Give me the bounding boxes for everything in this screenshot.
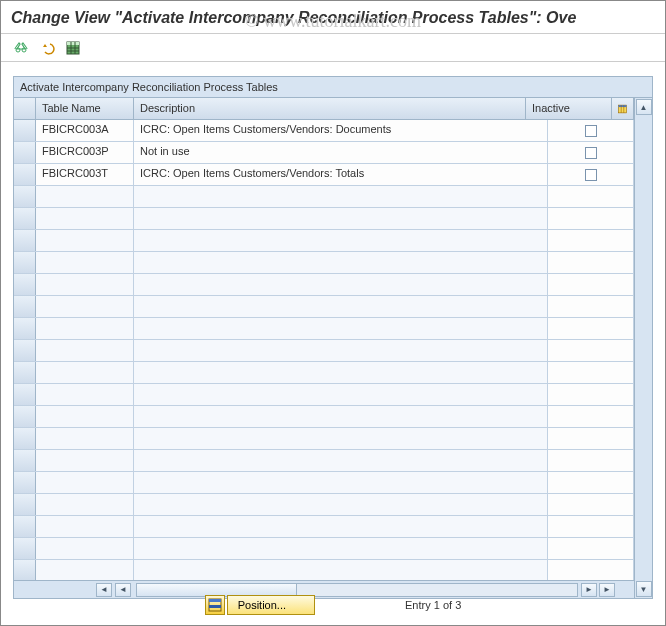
row-selector[interactable] (14, 230, 36, 251)
cell-inactive (548, 318, 634, 339)
row-selector[interactable] (14, 384, 36, 405)
column-header-inactive[interactable]: Inactive (526, 98, 612, 119)
row-selector[interactable] (14, 142, 36, 163)
cell-table-name (36, 450, 134, 471)
row-selector[interactable] (14, 164, 36, 185)
cell-description (134, 538, 548, 559)
v-scroll-track[interactable] (636, 116, 652, 580)
cell-description (134, 252, 548, 273)
cell-inactive (548, 494, 634, 515)
row-selector[interactable] (14, 362, 36, 383)
row-selector[interactable] (14, 252, 36, 273)
cell-description[interactable]: Not in use (134, 142, 548, 163)
scroll-up-button[interactable]: ▲ (636, 99, 652, 115)
cell-description (134, 340, 548, 361)
table-settings-icon (618, 102, 627, 116)
table-row[interactable]: FBICRC003TICRC: Open Items Customers/Ven… (14, 164, 634, 186)
position-icon-button[interactable] (205, 595, 225, 615)
cell-table-name (36, 472, 134, 493)
cell-table-name (36, 252, 134, 273)
row-selector[interactable] (14, 186, 36, 207)
row-selector[interactable] (14, 406, 36, 427)
table-row (14, 318, 634, 340)
inactive-checkbox[interactable] (585, 147, 597, 159)
table-row (14, 472, 634, 494)
cell-description (134, 296, 548, 317)
row-selector[interactable] (14, 472, 36, 493)
cell-table-name (36, 208, 134, 229)
table-row[interactable]: FBICRC003PNot in use (14, 142, 634, 164)
cell-description (134, 560, 548, 580)
table-row (14, 494, 634, 516)
cell-description (134, 230, 548, 251)
row-selector[interactable] (14, 538, 36, 559)
cell-table-name[interactable]: FBICRC003T (36, 164, 134, 185)
configure-columns-button[interactable] (612, 98, 634, 119)
cell-description (134, 494, 548, 515)
table-row (14, 186, 634, 208)
row-selector[interactable] (14, 450, 36, 471)
select-all-button[interactable] (63, 38, 83, 58)
table-row (14, 406, 634, 428)
cell-table-name (36, 384, 134, 405)
grid-header: Table Name Description Inactive (14, 98, 634, 120)
row-selector[interactable] (14, 516, 36, 537)
cell-table-name (36, 230, 134, 251)
cell-table-name (36, 406, 134, 427)
svg-rect-14 (209, 605, 221, 608)
row-selector[interactable] (14, 428, 36, 449)
cell-description[interactable]: ICRC: Open Items Customers/Vendors: Docu… (134, 120, 548, 141)
column-header-table-name[interactable]: Table Name (36, 98, 134, 119)
row-selector[interactable] (14, 494, 36, 515)
svg-rect-3 (67, 42, 79, 45)
row-selector[interactable] (14, 274, 36, 295)
undo-icon (39, 40, 55, 56)
row-selector[interactable] (14, 340, 36, 361)
position-button[interactable]: Position... (227, 595, 315, 615)
table-row (14, 362, 634, 384)
column-header-description[interactable]: Description (134, 98, 526, 119)
cell-inactive[interactable] (548, 164, 634, 185)
inactive-checkbox[interactable] (585, 169, 597, 181)
table-row (14, 560, 634, 580)
other-view-button[interactable] (11, 38, 31, 58)
cell-inactive (548, 186, 634, 207)
cell-inactive (548, 340, 634, 361)
footer: Position... Entry 1 of 3 (1, 591, 665, 619)
data-grid: Table Name Description Inactive FBICRC00… (14, 98, 634, 598)
cell-description (134, 516, 548, 537)
undo-button[interactable] (37, 38, 57, 58)
cell-inactive (548, 252, 634, 273)
cell-inactive (548, 362, 634, 383)
cell-table-name[interactable]: FBICRC003A (36, 120, 134, 141)
glasses-icon (13, 40, 29, 56)
cell-inactive (548, 538, 634, 559)
cell-inactive[interactable] (548, 142, 634, 163)
table-row (14, 230, 634, 252)
column-row-selector[interactable] (14, 98, 36, 119)
row-selector[interactable] (14, 318, 36, 339)
cell-table-name[interactable]: FBICRC003P (36, 142, 134, 163)
row-selector[interactable] (14, 120, 36, 141)
cell-description[interactable]: ICRC: Open Items Customers/Vendors: Tota… (134, 164, 548, 185)
inactive-checkbox[interactable] (585, 125, 597, 137)
cell-inactive (548, 516, 634, 537)
cell-description (134, 450, 548, 471)
cell-inactive (548, 274, 634, 295)
cell-inactive (548, 384, 634, 405)
table-row (14, 384, 634, 406)
table-row (14, 538, 634, 560)
row-selector[interactable] (14, 296, 36, 317)
table-row (14, 208, 634, 230)
row-selector[interactable] (14, 560, 36, 580)
table-row[interactable]: FBICRC003AICRC: Open Items Customers/Ven… (14, 120, 634, 142)
vertical-scrollbar[interactable]: ▲ ▼ (634, 98, 652, 598)
row-selector[interactable] (14, 208, 36, 229)
table-row (14, 274, 634, 296)
cell-table-name (36, 186, 134, 207)
cell-description (134, 274, 548, 295)
cell-inactive[interactable] (548, 120, 634, 141)
cell-table-name (36, 362, 134, 383)
cell-table-name (36, 296, 134, 317)
position-icon (208, 598, 222, 612)
